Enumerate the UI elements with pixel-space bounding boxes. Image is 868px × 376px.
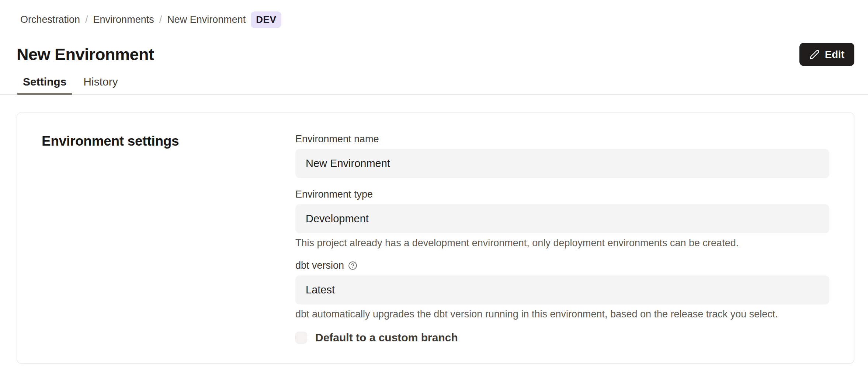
custom-branch-checkbox[interactable] [295, 332, 307, 344]
edit-button-label: Edit [825, 49, 844, 60]
dbt-version-label-text: dbt version [295, 260, 344, 272]
breadcrumb: Orchestration / Environments / New Envir… [20, 11, 854, 28]
environment-name-group: Environment name New Environment [295, 133, 829, 178]
environment-type-badge: DEV [251, 11, 281, 28]
tab-history[interactable]: History [78, 76, 123, 94]
environment-type-group: Environment type Development This projec… [295, 188, 829, 249]
breadcrumb-item-orchestration[interactable]: Orchestration [20, 14, 80, 25]
breadcrumb-separator: / [159, 14, 162, 25]
environment-type-input[interactable]: Development [295, 204, 829, 233]
page: Orchestration / Environments / New Envir… [0, 0, 868, 364]
custom-branch-label[interactable]: Default to a custom branch [315, 331, 458, 344]
environment-name-label: Environment name [295, 133, 829, 145]
environment-type-label: Environment type [295, 188, 829, 201]
breadcrumb-separator: / [85, 14, 88, 25]
breadcrumb-item-environments[interactable]: Environments [93, 14, 154, 25]
tab-settings[interactable]: Settings [17, 76, 72, 95]
page-title: New Environment [17, 45, 154, 64]
question-mark-icon[interactable] [348, 261, 357, 270]
dbt-version-input[interactable]: Latest [295, 275, 829, 304]
environment-settings-card: Environment settings Environment name Ne… [17, 112, 854, 364]
settings-form: Environment name New Environment Environ… [295, 133, 829, 363]
breadcrumb-item-new-environment: New Environment [167, 14, 246, 25]
dbt-version-group: dbt version Latest dbt automatically upg… [295, 260, 829, 320]
edit-button[interactable]: Edit [799, 43, 854, 66]
environment-type-helper-text: This project already has a development e… [295, 237, 829, 249]
pencil-icon [809, 49, 820, 60]
environment-name-input[interactable]: New Environment [295, 149, 829, 178]
card-heading: Environment settings [42, 133, 295, 363]
tab-bar: Settings History [0, 76, 868, 95]
custom-branch-row: Default to a custom branch [295, 331, 829, 344]
dbt-version-helper-text: dbt automatically upgrades the dbt versi… [295, 308, 829, 320]
dbt-version-label: dbt version [295, 260, 829, 272]
page-header: New Environment Edit [17, 43, 854, 66]
